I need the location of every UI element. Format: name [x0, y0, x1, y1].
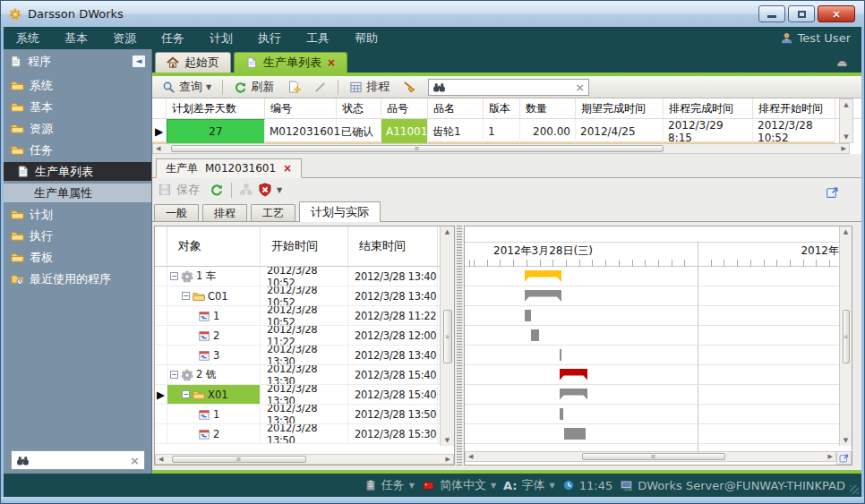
sidebar-item-plan[interactable]: 计划 [4, 205, 151, 224]
scroll-right-icon[interactable]: ▶ [839, 145, 849, 152]
gantt-bar[interactable] [525, 310, 531, 321]
scroll-up-icon[interactable]: ▲ [445, 228, 450, 235]
scrollbar-thumb[interactable]: ≡ [171, 145, 664, 152]
maximize-button[interactable] [788, 5, 815, 22]
tree-row[interactable]: −2 铣2012/3/28 13:302012/3/28 15:40 [155, 365, 454, 385]
collapse-toggle-icon[interactable]: − [182, 390, 190, 398]
tree-col-start[interactable]: 开始时间 [261, 226, 348, 266]
subtab-plan-vs-actual[interactable]: 计划与实际 [299, 201, 381, 222]
scroll-up-icon[interactable]: ▲ [844, 228, 848, 235]
collapse-toggle-icon[interactable]: − [182, 292, 190, 300]
tree-col-object[interactable]: 对象 [167, 226, 261, 266]
gantt-bar[interactable] [560, 349, 562, 361]
tree-cell-object[interactable]: 1 [167, 405, 261, 423]
menu-help[interactable]: 帮助 [342, 27, 390, 49]
tree-row[interactable]: 12012/3/28 10:522012/3/28 11:22 [155, 306, 454, 326]
gantt-horizontal-scrollbar[interactable]: ◀ ≡ ▶ [465, 451, 836, 462]
scrollbar-thumb[interactable]: ≡ [443, 310, 452, 363]
col-qty[interactable]: 数量 [520, 98, 576, 118]
collapse-toggle-icon[interactable]: − [170, 371, 178, 379]
tab-start-page[interactable]: 起始页 [155, 52, 231, 73]
col-item-name[interactable]: 品名 [428, 98, 484, 118]
gantt-bar[interactable] [525, 270, 561, 282]
menu-tools[interactable]: 工具 [294, 27, 342, 49]
gantt-bar[interactable] [560, 369, 588, 380]
pin-icon[interactable] [835, 55, 849, 68]
shield-cancel-icon[interactable] [258, 183, 272, 197]
tree-cell-object[interactable]: 1 [167, 306, 261, 325]
status-task-menu[interactable]: 任务 ▼ [364, 477, 415, 493]
col-version[interactable]: 版本 [484, 98, 520, 118]
scroll-right-icon[interactable]: ▶ [443, 456, 453, 463]
scrollbar-thumb[interactable]: ≡ [172, 456, 306, 463]
filter-search-input[interactable]: × [428, 79, 589, 96]
sidebar-item-execute[interactable]: 执行 [4, 226, 151, 245]
new-button[interactable] [282, 79, 305, 95]
grid-vertical-scrollbar[interactable]: ▲ ▼ [839, 98, 853, 143]
sidebar-search-box[interactable]: × [11, 450, 145, 470]
grid-row[interactable]: ▶ 27 M012031601 已确认 A11001 齿轮1 1 200.00 … [152, 119, 861, 141]
sidebar-item-recent[interactable]: 最近使用的程序 [4, 269, 151, 288]
user-menu[interactable]: Test User [780, 31, 861, 45]
gantt-vertical-scrollbar[interactable]: ▲ ≡ ▼ [839, 226, 852, 446]
resize-grip[interactable] [850, 485, 859, 494]
detail-tab[interactable]: 生产单 M012031601 × [156, 158, 302, 178]
menu-resource[interactable]: 资源 [100, 27, 149, 49]
clean-button[interactable] [398, 79, 421, 95]
tree-row[interactable]: 22012/3/28 11:222012/3/28 12:00 [155, 326, 454, 346]
col-sched-start[interactable]: 排程开始时间 [753, 98, 835, 118]
menu-execute[interactable]: 执行 [245, 27, 294, 49]
scroll-down-icon[interactable]: ▼ [844, 133, 848, 141]
sidebar-item-task[interactable]: 任务 [4, 141, 151, 159]
col-order-no[interactable]: 编号 [265, 98, 337, 118]
tree-row[interactable]: −C012012/3/28 10:522012/3/28 13:40 [155, 286, 454, 306]
gantt-bar[interactable] [560, 408, 564, 420]
sidebar-search-clear-icon[interactable]: × [130, 454, 140, 467]
title-bar[interactable]: Darsson DWorks × [1, 1, 864, 27]
col-plan-diff[interactable]: 计划差异天数 [167, 98, 265, 118]
tree-cell-object[interactable]: −2 铣 [167, 365, 261, 384]
refresh-button[interactable]: 刷新 [229, 78, 278, 96]
gantt-bar[interactable] [564, 428, 587, 440]
scroll-down-icon[interactable]: ▼ [844, 437, 848, 444]
tree-row[interactable]: 12012/3/28 13:302012/3/28 13:50 [155, 405, 454, 424]
tree-cell-object[interactable]: 3 [167, 346, 261, 364]
minimize-button[interactable] [758, 5, 785, 22]
sidebar-item-order-list[interactable]: 生产单列表 [4, 162, 151, 181]
sidebar-item-system[interactable]: 系统 [4, 76, 151, 95]
status-language-menu[interactable]: 简体中文 ▼ [422, 477, 496, 493]
tree-cell-object[interactable]: 2 [167, 326, 261, 345]
menu-system[interactable]: 系统 [4, 27, 52, 49]
col-status[interactable]: 状态 [337, 98, 381, 118]
scroll-right-icon[interactable]: ▶ [826, 453, 835, 460]
save-button[interactable]: 保存 [176, 182, 200, 198]
menu-task[interactable]: 任务 [149, 27, 197, 49]
tree-cell-object[interactable]: −1 车 [167, 267, 261, 286]
col-item-no[interactable]: 品号 [381, 98, 428, 118]
sidebar-item-order-props[interactable]: 生产单属性 [4, 184, 151, 202]
grid-horizontal-scrollbar[interactable]: ◀ ≡ ▶ [152, 143, 850, 154]
refresh-icon[interactable] [210, 183, 224, 197]
gantt-expand-button[interactable] [836, 451, 852, 465]
collapse-toggle-icon[interactable]: − [170, 272, 178, 280]
sidebar-item-basic[interactable]: 基本 [4, 98, 151, 116]
detail-tab-close-icon[interactable]: × [283, 162, 292, 175]
menu-basic[interactable]: 基本 [52, 27, 100, 49]
tree-row[interactable]: −1 车2012/3/28 10:522012/3/28 13:40 [155, 267, 454, 286]
gantt-bar[interactable] [560, 389, 588, 400]
scroll-left-icon[interactable]: ◀ [153, 145, 163, 152]
scroll-left-icon[interactable]: ◀ [156, 456, 166, 463]
col-expected-finish[interactable]: 期望完成时间 [576, 98, 664, 118]
menu-plan[interactable]: 计划 [197, 27, 245, 49]
tab-order-list[interactable]: 生产单列表 × [234, 52, 347, 73]
tree-cell-object[interactable]: −C01 [167, 286, 261, 305]
subtab-general[interactable]: 一般 [154, 204, 199, 221]
tree-horizontal-scrollbar[interactable]: ◀ ≡ ▶ [155, 454, 454, 465]
schedule-button[interactable]: 排程 [345, 78, 394, 96]
query-button[interactable]: 查询 ▼ [158, 78, 216, 96]
col-sched-finish[interactable]: 排程完成时间 [664, 98, 753, 118]
gantt-bar[interactable] [531, 329, 539, 341]
close-button[interactable]: × [818, 5, 855, 22]
scrollbar-thumb[interactable]: ≡ [582, 453, 725, 460]
scroll-up-icon[interactable]: ▲ [844, 101, 848, 108]
